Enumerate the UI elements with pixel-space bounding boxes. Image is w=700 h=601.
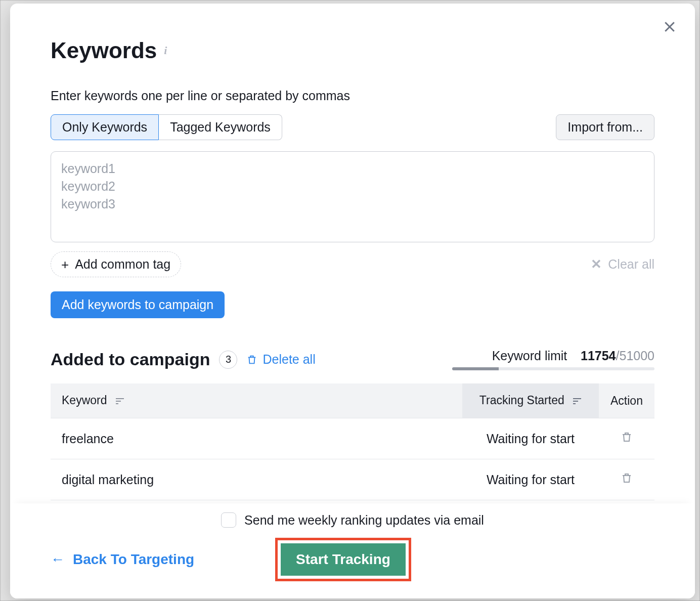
sort-icon xyxy=(573,394,582,408)
email-updates-checkbox[interactable] xyxy=(221,512,236,528)
keyword-mode-segment: Only Keywords Tagged Keywords xyxy=(51,114,282,140)
cell-tracking: Waiting for start xyxy=(462,459,599,500)
back-to-targeting-button[interactable]: ← Back To Targeting xyxy=(51,551,194,568)
col-keyword[interactable]: Keyword xyxy=(51,383,462,418)
tag-row: + Add common tag ✕ Clear all xyxy=(51,251,654,277)
col-tracking-label: Tracking Started xyxy=(479,394,564,407)
delete-all-button[interactable]: Delete all xyxy=(246,352,315,367)
cell-tracking: Waiting for start xyxy=(462,418,599,459)
keywords-modal: Keywords i Enter keywords one per line o… xyxy=(10,4,695,598)
tab-tagged-keywords[interactable]: Tagged Keywords xyxy=(159,114,282,140)
start-tracking-button[interactable]: Start Tracking xyxy=(281,543,406,576)
col-action: Action xyxy=(599,383,654,418)
trash-icon xyxy=(621,431,633,444)
modal-subtitle: Enter keywords one per line or separated… xyxy=(51,89,654,103)
trash-icon xyxy=(246,354,257,366)
keyword-limit-bar xyxy=(452,367,654,370)
campaign-header-left: Added to campaign 3 Delete all xyxy=(51,350,316,369)
col-keyword-label: Keyword xyxy=(62,394,107,407)
import-from-button[interactable]: Import from... xyxy=(556,114,654,140)
keyword-limit-label: Keyword limit xyxy=(492,349,567,363)
cell-keyword: digital marketing xyxy=(51,459,462,500)
col-action-label: Action xyxy=(610,394,643,407)
clear-all-label: Clear all xyxy=(608,257,654,272)
start-tracking-highlight: Start Tracking xyxy=(275,538,411,581)
email-updates-label: Send me weekly ranking updates via email xyxy=(244,513,484,528)
tab-only-keywords[interactable]: Only Keywords xyxy=(51,114,159,140)
tab-row: Only Keywords Tagged Keywords Import fro… xyxy=(51,114,654,140)
back-label: Back To Targeting xyxy=(73,551,194,568)
clear-all-button[interactable]: ✕ Clear all xyxy=(591,256,654,272)
campaign-header: Added to campaign 3 Delete all Keyword l… xyxy=(51,349,654,370)
clear-icon: ✕ xyxy=(591,256,602,272)
modal-title: Keywords xyxy=(51,38,157,63)
keyword-limit-used: 11754 xyxy=(581,349,616,363)
sort-icon xyxy=(115,394,124,408)
add-common-tag-button[interactable]: + Add common tag xyxy=(51,251,181,277)
table-row: digital marketing Waiting for start xyxy=(51,459,654,500)
modal-body: Keywords i Enter keywords one per line o… xyxy=(10,4,695,503)
arrow-left-icon: ← xyxy=(51,551,65,568)
footer-actions: ← Back To Targeting Start Tracking xyxy=(51,538,654,581)
keywords-table: Keyword Tracking Started Action xyxy=(51,383,654,500)
campaign-count-badge: 3 xyxy=(219,351,237,369)
plus-icon: + xyxy=(61,258,69,271)
modal-title-row: Keywords i xyxy=(51,38,654,63)
campaign-title: Added to campaign xyxy=(51,350,210,369)
delete-all-label: Delete all xyxy=(262,352,315,367)
table-row: freelance Waiting for start xyxy=(51,418,654,459)
col-tracking-started[interactable]: Tracking Started xyxy=(462,383,599,418)
keyword-limit-total: /51000 xyxy=(616,349,654,363)
row-delete-button[interactable] xyxy=(621,431,633,445)
cell-keyword: freelance xyxy=(51,418,462,459)
modal-footer: Send me weekly ranking updates via email… xyxy=(10,503,695,598)
keywords-textarea[interactable] xyxy=(51,151,654,242)
add-keywords-button[interactable]: Add keywords to campaign xyxy=(51,291,225,318)
trash-icon xyxy=(621,471,633,485)
keyword-limit-block: Keyword limit 11754/51000 xyxy=(452,349,654,370)
email-opt-in-row: Send me weekly ranking updates via email xyxy=(51,512,654,528)
row-delete-button[interactable] xyxy=(621,471,633,486)
add-common-tag-label: Add common tag xyxy=(75,257,170,272)
keyword-limit-bar-fill xyxy=(452,367,499,370)
info-icon[interactable]: i xyxy=(164,44,167,57)
